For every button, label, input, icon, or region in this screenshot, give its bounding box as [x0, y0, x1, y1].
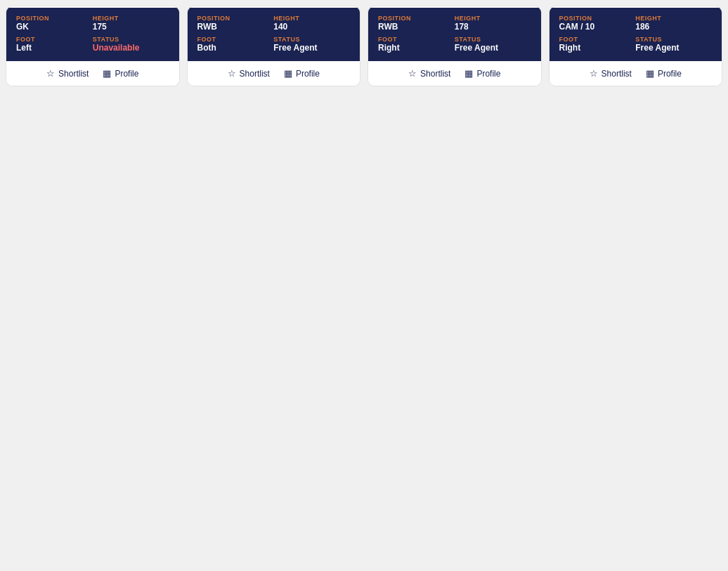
player-card-2: POSITIONRWBHEIGHT140FOOTBothSTATUSFree A…: [187, 6, 361, 86]
player-stats: POSITIONRWBHEIGHT140FOOTBothSTATUSFree A…: [188, 8, 360, 61]
stat-value: 186: [635, 22, 712, 32]
grid-icon: ▦: [284, 68, 292, 79]
player-stats: POSITIONRWBHEIGHT178FOOTRightSTATUSFree …: [368, 8, 541, 61]
stat-status: STATUSFree Agent: [273, 36, 350, 53]
shortlist-label: Shortlist: [240, 69, 270, 79]
stat-value: Right: [378, 43, 455, 53]
stat-foot: FOOTBoth: [197, 36, 274, 53]
star-icon: ☆: [408, 68, 417, 79]
shortlist-button[interactable]: ☆Shortlist: [590, 68, 632, 79]
stat-label: FOOT: [197, 36, 274, 43]
shortlist-label: Shortlist: [420, 69, 450, 79]
stat-value: Free Agent: [455, 43, 531, 53]
shortlist-button[interactable]: ☆Shortlist: [408, 68, 450, 79]
card-footer: ☆Shortlist▦Profile: [6, 61, 179, 86]
stat-position: POSITIONRWB: [378, 15, 455, 32]
stat-position: POSITIONGK: [16, 15, 93, 32]
stat-value: 178: [455, 22, 531, 32]
player-grid: POSITIONGKHEIGHT175FOOTLeftSTATUSUnavail…: [6, 6, 722, 86]
stat-status: STATUSFree Agent: [455, 36, 531, 53]
stat-height: HEIGHT178: [455, 15, 531, 32]
stat-label: STATUS: [93, 36, 169, 43]
stat-foot: FOOTLeft: [16, 36, 93, 53]
stat-value: RWB: [378, 22, 455, 32]
stat-value: 175: [93, 22, 169, 32]
stat-label: POSITION: [16, 15, 93, 22]
stat-status: STATUSUnavailable: [93, 36, 169, 53]
shortlist-button[interactable]: ☆Shortlist: [46, 68, 89, 79]
profile-label: Profile: [115, 69, 138, 79]
stat-label: HEIGHT: [635, 15, 712, 22]
profile-label: Profile: [476, 69, 500, 79]
shortlist-button[interactable]: ☆Shortlist: [228, 68, 270, 79]
profile-button[interactable]: ▦Profile: [464, 68, 500, 79]
stat-label: HEIGHT: [273, 15, 350, 22]
stat-label: FOOT: [378, 36, 455, 43]
stat-value: Right: [559, 43, 636, 53]
player-card-1: POSITIONGKHEIGHT175FOOTLeftSTATUSUnavail…: [6, 6, 180, 86]
stat-value: Unavailable: [93, 43, 169, 53]
stat-label: FOOT: [559, 36, 636, 43]
shortlist-label: Shortlist: [602, 69, 632, 79]
profile-button[interactable]: ▦Profile: [646, 68, 682, 79]
card-footer: ☆Shortlist▦Profile: [368, 61, 541, 86]
profile-button[interactable]: ▦Profile: [284, 68, 320, 79]
stat-value: GK: [16, 22, 93, 32]
stat-position: POSITIONRWB: [197, 15, 274, 32]
stat-label: HEIGHT: [455, 15, 531, 22]
stat-label: HEIGHT: [93, 15, 169, 22]
stat-status: STATUSFree Agent: [635, 36, 712, 53]
stat-label: POSITION: [559, 15, 636, 22]
star-icon: ☆: [46, 68, 55, 79]
card-footer: ☆Shortlist▦Profile: [550, 61, 722, 86]
stat-value: Both: [197, 43, 274, 53]
grid-icon: ▦: [646, 68, 654, 79]
stat-label: POSITION: [197, 15, 274, 22]
stat-label: STATUS: [273, 36, 350, 43]
player-card-3: POSITIONRWBHEIGHT178FOOTRightSTATUSFree …: [368, 6, 542, 86]
stat-value: Left: [16, 43, 93, 53]
player-stats: POSITIONGKHEIGHT175FOOTLeftSTATUSUnavail…: [6, 8, 179, 61]
stat-label: STATUS: [455, 36, 531, 43]
card-footer: ☆Shortlist▦Profile: [188, 61, 360, 86]
stat-position: POSITIONCAM / 10: [559, 15, 636, 32]
stat-label: FOOT: [16, 36, 93, 43]
stat-label: POSITION: [378, 15, 455, 22]
player-card-4: POSITIONCAM / 10HEIGHT186FOOTRightSTATUS…: [549, 6, 723, 86]
stat-label: STATUS: [635, 36, 712, 43]
grid-icon: ▦: [464, 68, 473, 79]
grid-icon: ▦: [103, 68, 111, 79]
stat-value: Free Agent: [273, 43, 350, 53]
profile-label: Profile: [658, 69, 682, 79]
stat-height: HEIGHT186: [635, 15, 712, 32]
star-icon: ☆: [228, 68, 236, 79]
shortlist-label: Shortlist: [58, 69, 89, 79]
star-icon: ☆: [590, 68, 598, 79]
stat-value: CAM / 10: [559, 22, 636, 32]
stat-value: RWB: [197, 22, 274, 32]
stat-foot: FOOTRight: [559, 36, 636, 53]
stat-value: Free Agent: [635, 43, 712, 53]
stat-height: HEIGHT140: [273, 15, 350, 32]
profile-label: Profile: [296, 69, 320, 79]
stat-height: HEIGHT175: [93, 15, 169, 32]
profile-button[interactable]: ▦Profile: [103, 68, 138, 79]
stat-foot: FOOTRight: [378, 36, 455, 53]
player-stats: POSITIONCAM / 10HEIGHT186FOOTRightSTATUS…: [550, 8, 722, 61]
stat-value: 140: [273, 22, 350, 32]
